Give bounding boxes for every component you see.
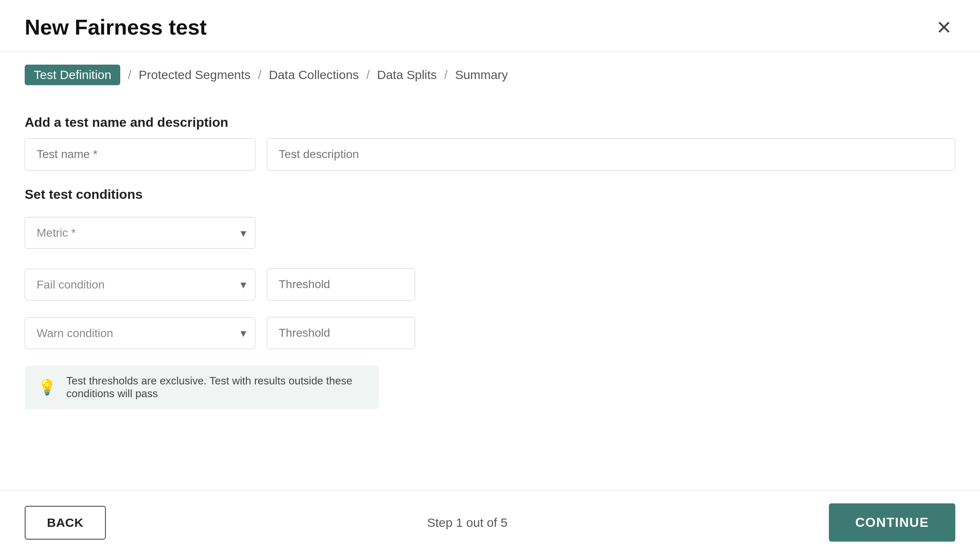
modal-title: New Fairness test: [25, 15, 207, 40]
metric-select-wrapper: Metric * ▾: [25, 217, 255, 249]
breadcrumb-item-test-definition[interactable]: Test Definition: [25, 65, 120, 85]
fail-condition-select-wrapper: Fail condition ▾: [25, 269, 255, 300]
modal-footer: BACK Step 1 out of 5 CONTINUE: [0, 491, 980, 554]
warn-threshold-input[interactable]: [267, 317, 415, 349]
breadcrumb-item-data-collections[interactable]: Data Collections: [269, 68, 359, 82]
continue-button[interactable]: CONTINUE: [829, 503, 955, 542]
info-box: 💡 Test thresholds are exclusive. Test wi…: [25, 365, 379, 409]
warn-threshold-wrapper: [267, 317, 415, 349]
fail-condition-row: Fail condition ▾: [25, 268, 955, 300]
name-description-row: [25, 138, 955, 170]
step-indicator: Step 1 out of 5: [427, 516, 507, 530]
modal-header: New Fairness test ×: [0, 0, 980, 51]
breadcrumb-item-summary[interactable]: Summary: [455, 68, 508, 82]
breadcrumb-item-protected-segments[interactable]: Protected Segments: [139, 68, 251, 82]
modal-container: New Fairness test × Test Definition / Pr…: [0, 0, 980, 554]
close-button[interactable]: ×: [933, 15, 955, 40]
back-button[interactable]: BACK: [25, 506, 106, 540]
fail-condition-select[interactable]: Fail condition: [25, 269, 255, 300]
test-name-input[interactable]: [25, 138, 255, 170]
info-icon: 💡: [38, 379, 56, 396]
test-description-input[interactable]: [267, 138, 955, 170]
section2-title: Set test conditions: [25, 187, 955, 202]
metric-row: Metric * ▾: [25, 217, 955, 249]
metric-select[interactable]: Metric *: [25, 217, 255, 249]
warn-condition-row: Warn condition ▾: [25, 317, 955, 349]
breadcrumb-separator-2: /: [258, 68, 261, 82]
modal-body: Add a test name and description Set test…: [0, 95, 980, 491]
breadcrumb-separator-1: /: [128, 68, 131, 82]
breadcrumb-item-data-splits[interactable]: Data Splits: [377, 68, 437, 82]
breadcrumb-separator-3: /: [366, 68, 369, 82]
breadcrumb-separator-4: /: [444, 68, 448, 82]
info-text: Test thresholds are exclusive. Test with…: [66, 375, 366, 400]
fail-threshold-input[interactable]: [267, 268, 415, 300]
fail-threshold-wrapper: [267, 268, 415, 300]
warn-condition-select[interactable]: Warn condition: [25, 317, 255, 349]
warn-condition-select-wrapper: Warn condition ▾: [25, 317, 255, 349]
section1-title: Add a test name and description: [25, 115, 955, 130]
breadcrumb: Test Definition / Protected Segments / D…: [0, 51, 980, 95]
